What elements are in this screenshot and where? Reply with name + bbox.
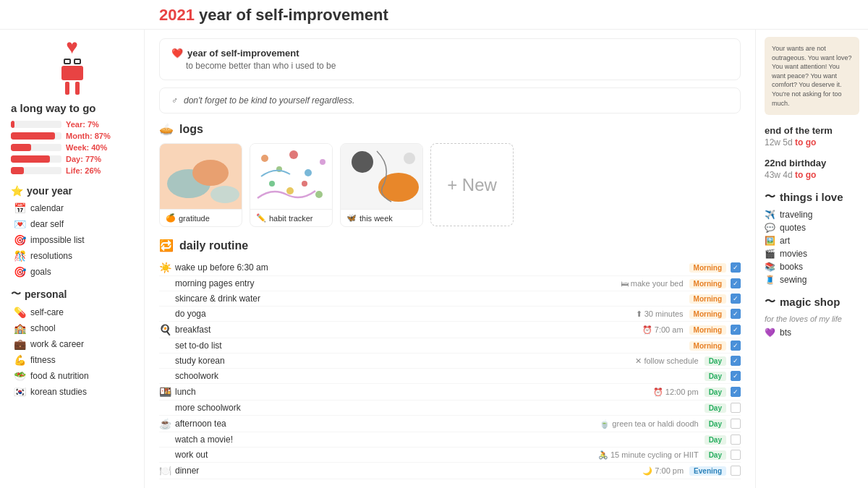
svg-point-3	[210, 186, 239, 203]
progress-bar-wrap	[11, 144, 61, 151]
things-title: 〜 things i love	[765, 190, 859, 204]
svg-point-10	[269, 181, 275, 187]
svg-point-17	[404, 153, 415, 164]
log-card-this-week[interactable]: 🦋 this week	[340, 143, 423, 227]
routine-list: ☀️ wake up before 6:30 am Morning ✓ morn…	[159, 260, 741, 479]
sidebar-item-goals[interactable]: 🎯goals	[11, 265, 133, 279]
log-thumb	[250, 144, 333, 209]
routine-checkbox[interactable]	[731, 450, 741, 460]
routine-period: Day	[705, 388, 726, 397]
routine-checkbox[interactable]: ✓	[731, 387, 741, 397]
routine-row: study korean ✕ follow schedule Day ✓	[159, 354, 741, 369]
routine-item-name: watch a movie!	[175, 435, 699, 445]
log-card-habit-tracker[interactable]: ✏️ habit tracker	[250, 143, 333, 227]
routine-checkbox[interactable]	[731, 466, 741, 476]
sidebar-icon: 💪	[14, 354, 26, 366]
magic-list: 💜bts	[765, 328, 859, 338]
progress-bar-fill	[11, 167, 24, 174]
routine-item-name: study korean	[175, 356, 635, 366]
avatar-section: ♥	[11, 37, 133, 95]
sidebar-item-work-&-career[interactable]: 💼work & career	[11, 337, 133, 351]
sidebar-label: dear self	[30, 219, 64, 229]
avatar: ♥	[51, 37, 94, 95]
svg-point-12	[302, 181, 307, 187]
routine-row: morning pages entry 🛏 make your bed Morn…	[159, 276, 741, 291]
things-item-traveling[interactable]: ✈️traveling	[765, 210, 859, 220]
things-item-books[interactable]: 📚books	[765, 262, 859, 272]
sidebar-label: impossible list	[30, 235, 85, 245]
things-label: sewing	[780, 275, 807, 285]
routine-checkbox[interactable]: ✓	[731, 309, 741, 319]
things-item-movies[interactable]: 🎬movies	[765, 249, 859, 259]
things-label: art	[780, 236, 790, 246]
progress-item: Day: 77%	[11, 155, 133, 163]
routine-row: 🍽️ dinner 🌙 7:00 pm Evening	[159, 463, 741, 479]
routine-checkbox[interactable]	[731, 435, 741, 445]
things-item-art[interactable]: 🖼️art	[765, 236, 859, 246]
progress-bar-wrap	[11, 167, 61, 174]
routine-checkbox[interactable]: ✓	[731, 294, 741, 304]
routine-item-icon: 🍽️	[159, 465, 175, 476]
routine-checkbox[interactable]	[731, 403, 741, 413]
things-item-sewing[interactable]: 🧵sewing	[765, 275, 859, 285]
things-item-quotes[interactable]: 💬quotes	[765, 223, 859, 233]
sidebar-item-school[interactable]: 🏫school	[11, 321, 133, 335]
sidebar-item-food-&-nutrition[interactable]: 🥗food & nutrition	[11, 369, 133, 383]
routine-item-name: morning pages entry	[175, 278, 621, 288]
progress-bar-fill	[11, 144, 31, 151]
magic-label: bts	[780, 328, 791, 338]
goal-subtitle: to become better than who i used to be	[186, 61, 728, 71]
routine-period: Morning	[689, 325, 726, 335]
routine-item-icon: ☀️	[159, 262, 175, 273]
left-sidebar: ♥ a long way to go Year: 7%	[0, 30, 145, 488]
glasses-left	[64, 59, 71, 64]
logs-section-title: 🥧 logs	[159, 122, 741, 136]
routine-checkbox[interactable]: ✓	[731, 278, 741, 288]
sidebar-item-impossible-list[interactable]: 🎯impossible list	[11, 233, 133, 247]
routine-period: Day	[705, 435, 726, 445]
routine-item-name: do yoga	[175, 309, 636, 319]
sidebar-icon: 🎯	[14, 266, 26, 278]
sidebar-item-self-care[interactable]: 💊self-care	[11, 305, 133, 320]
sidebar-item-korean-studies[interactable]: 🇰🇷korean studies	[11, 385, 133, 399]
routine-item-name: more schoolwork	[175, 403, 699, 413]
avatar-heart-icon: ♥	[66, 37, 78, 57]
magic-icon: 💜	[765, 328, 775, 338]
routine-checkbox[interactable]: ✓	[731, 356, 741, 366]
sidebar-item-calendar[interactable]: 📅calendar	[11, 201, 133, 215]
sidebar-icon: 🏫	[14, 322, 26, 334]
routine-checkbox[interactable]: ✓	[731, 341, 741, 351]
things-label: movies	[780, 249, 807, 259]
progress-label: Month: 87%	[66, 132, 111, 140]
sidebar-item-dear-self[interactable]: 💌dear self	[11, 217, 133, 231]
progress-bar-wrap	[11, 155, 61, 163]
magic-title: 〜 magic shop	[765, 295, 859, 309]
milestone-time: 43w 4d to go	[765, 170, 859, 180]
sidebar-item-resolutions[interactable]: 🎊resolutions	[11, 249, 133, 263]
magic-item-bts[interactable]: 💜bts	[765, 328, 859, 338]
routine-row: watch a movie! Day	[159, 432, 741, 448]
progress-item: Life: 26%	[11, 166, 133, 175]
routine-period: Morning	[689, 263, 726, 273]
leg-left	[65, 82, 69, 95]
quote-card: Your wants are not outrageous. You want …	[765, 37, 859, 115]
sidebar-item-fitness[interactable]: 💪fitness	[11, 353, 133, 367]
personal-list: 💊self-care🏫school💼work & career💪fitness🥗…	[11, 305, 133, 399]
progress-bar-wrap	[11, 132, 61, 140]
sidebar-icon: 💊	[14, 307, 26, 318]
routine-checkbox[interactable]: ✓	[731, 262, 741, 273]
routine-item-name: work out	[175, 450, 598, 460]
pie-icon: 🥧	[159, 122, 174, 136]
milestone-item: end of the term 12w 5d to go	[765, 125, 859, 147]
svg-point-15	[352, 151, 373, 173]
new-log-button[interactable]: + New	[430, 143, 514, 226]
log-icon: 🦋	[346, 213, 357, 223]
routine-period: Day	[705, 372, 726, 381]
routine-checkbox[interactable]	[731, 419, 741, 429]
routine-period: Morning	[689, 341, 726, 351]
progress-bar-fill	[11, 121, 14, 128]
sidebar-label: goals	[30, 267, 51, 277]
log-card-gratitude[interactable]: 🍊 gratitude	[159, 143, 242, 227]
routine-checkbox[interactable]: ✓	[731, 325, 741, 335]
routine-checkbox[interactable]: ✓	[731, 371, 741, 381]
